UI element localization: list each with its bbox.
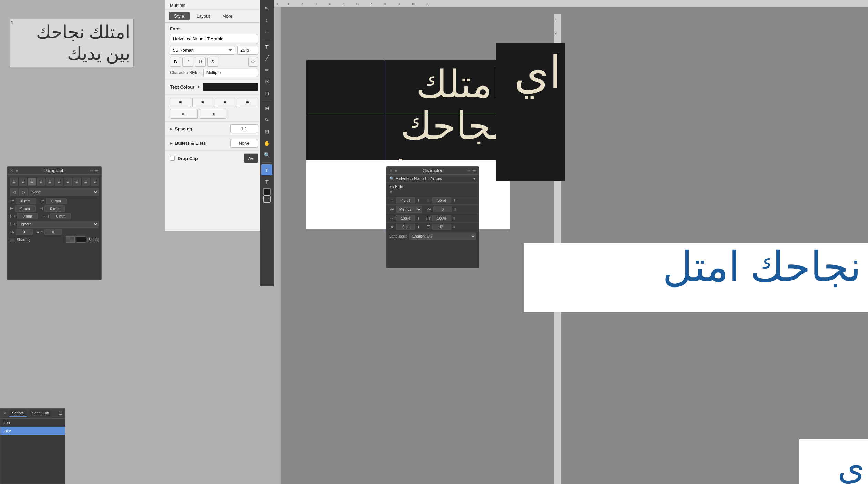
paragraph-panel-menu[interactable]: ☰: [95, 168, 99, 173]
scripts-panel-menu-icon[interactable]: ☰: [59, 411, 62, 416]
toolbar-shape-tool[interactable]: ☒: [261, 76, 272, 87]
bullets-triangle-icon: ▶: [170, 141, 173, 145]
char-style-select[interactable]: [389, 184, 476, 189]
align-justify-button[interactable]: ≡: [237, 98, 258, 107]
para-after-input[interactable]: [46, 198, 67, 204]
gear-button[interactable]: ⚙: [248, 57, 258, 67]
toolbar-eyedrop-tool[interactable]: ✎: [261, 114, 272, 125]
toolbar-mode-btn-1[interactable]: T: [261, 164, 272, 175]
canvas-content: امتلك نجاحك بين يديك نجاحك امتل ي اي: [289, 9, 868, 484]
para-align-justify[interactable]: ≡: [37, 178, 45, 186]
indent-right-button[interactable]: ⇥: [199, 109, 226, 119]
toolbar-zoom-tool[interactable]: 🔍: [261, 150, 272, 161]
text-colour-label: Text Colour: [170, 84, 194, 90]
toolbar-table-tool[interactable]: ⊞: [261, 103, 272, 114]
toolbar-mode-btn-2[interactable]: T: [261, 176, 272, 187]
bold-button[interactable]: B: [170, 57, 181, 67]
para-align-justify-left[interactable]: ≡: [46, 178, 54, 186]
char-language-row: Language: English: UK: [386, 231, 479, 241]
char-vscale-input[interactable]: [432, 215, 451, 221]
char-kern-select[interactable]: Metrics: [396, 206, 422, 213]
scripts-panel-close[interactable]: ✕: [3, 411, 7, 416]
font-size-input[interactable]: [237, 46, 258, 55]
para-align-right[interactable]: ≡: [28, 178, 36, 186]
paragraph-panel-expand[interactable]: ⇔: [90, 169, 93, 172]
char-track-input[interactable]: [433, 206, 452, 212]
ruler-num-11: 11: [425, 2, 429, 6]
para-align-justify-center[interactable]: ≡: [55, 178, 63, 186]
design-block: امتلك نجاحك بين يديك: [306, 60, 510, 160]
char-language-select[interactable]: English: UK: [409, 233, 476, 240]
align-left-button[interactable]: ≡: [170, 98, 191, 107]
para-list-select[interactable]: None: [29, 188, 99, 196]
toolbar-scale-tool[interactable]: ↕: [261, 14, 272, 26]
italic-button[interactable]: I: [182, 57, 193, 67]
style-buttons-row: B I U S ⚙: [170, 57, 258, 67]
para-align-distribute[interactable]: ≡: [82, 178, 90, 186]
para-num1-input[interactable]: [16, 229, 33, 235]
character-panel-menu[interactable]: ☰: [472, 168, 476, 173]
drop-cap-value[interactable]: A≡: [244, 153, 258, 163]
para-align-center[interactable]: ≡: [19, 178, 27, 186]
shading-color-swatch[interactable]: [76, 236, 86, 243]
strikethrough-button[interactable]: S: [207, 57, 218, 67]
toolbar-hand-tool[interactable]: ✋: [261, 138, 272, 149]
char-size-input[interactable]: [396, 197, 415, 203]
spacing-value[interactable]: 1.1: [230, 124, 258, 133]
scripts-list-item-1[interactable]: ion: [0, 419, 65, 427]
align-right-button[interactable]: ≡: [215, 98, 236, 107]
para-right-input[interactable]: [44, 205, 65, 212]
align-center-button[interactable]: ≡: [192, 98, 213, 107]
scripts-list-item-2[interactable]: nity: [0, 427, 65, 435]
para-first-input[interactable]: [17, 213, 38, 219]
tab-more[interactable]: More: [217, 12, 238, 20]
char-font-name-input[interactable]: [396, 176, 471, 181]
bullets-value[interactable]: None: [230, 139, 258, 148]
char-styles-value[interactable]: Multiple: [203, 69, 258, 77]
spacing-row[interactable]: ▶ Spacing 1.1: [165, 122, 263, 136]
para-shading-checkbox[interactable]: [10, 238, 14, 242]
character-panel-close[interactable]: ✕: [389, 168, 393, 173]
char-baseline-input[interactable]: [396, 224, 415, 230]
char-skew-input[interactable]: [432, 224, 451, 230]
bottom-arabic-section: نجاحك امتل: [524, 243, 868, 312]
char-hscale-input[interactable]: [396, 215, 415, 221]
para-last-input[interactable]: [50, 213, 71, 219]
tab-layout[interactable]: Layout: [191, 12, 215, 20]
colour-swatch[interactable]: [203, 83, 258, 91]
toolbar-rect-tool[interactable]: ◻: [261, 88, 272, 99]
para-left-input[interactable]: [15, 205, 36, 212]
para-before-input[interactable]: [16, 198, 36, 204]
para-align-left[interactable]: ≡: [10, 178, 18, 186]
toolbar-stroke-color[interactable]: [264, 196, 270, 202]
font-style-select[interactable]: 55 Roman: [170, 46, 235, 55]
toolbar-pencil-tool[interactable]: ✏: [261, 64, 272, 75]
character-panel-expand[interactable]: ⇔: [467, 169, 470, 172]
scripts-tab-scripts[interactable]: Scripts: [9, 410, 27, 417]
para-list-back[interactable]: ◁: [10, 188, 18, 196]
font-name-input[interactable]: [170, 34, 258, 43]
para-ignore-select[interactable]: Ignore: [17, 221, 99, 228]
char-font-dropdown-icon: ▼: [473, 177, 476, 181]
toolbar-resize-tool[interactable]: ↔: [261, 26, 272, 37]
paragraph-panel-close[interactable]: ✕: [10, 168, 13, 173]
char-hscale-icon: ↔T: [389, 216, 395, 221]
scripts-tab-lab[interactable]: Script Lab: [29, 410, 52, 417]
drop-cap-checkbox[interactable]: [170, 156, 175, 161]
para-align-justify-full[interactable]: ≡: [73, 178, 81, 186]
indent-left-button[interactable]: ⇤: [170, 109, 198, 119]
toolbar-fill-color[interactable]: [263, 188, 271, 195]
para-align-distribute-all[interactable]: ≡: [91, 178, 99, 186]
toolbar-arrow-tool[interactable]: ↖: [261, 3, 272, 14]
tab-style[interactable]: Style: [169, 12, 190, 20]
toolbar-gradient-tool[interactable]: ⊟: [261, 126, 272, 137]
char-style-arrow-icon: ▼: [389, 190, 393, 194]
underline-button[interactable]: U: [195, 57, 206, 67]
para-num2-input[interactable]: [44, 229, 62, 235]
para-list-forward[interactable]: ▷: [19, 188, 28, 196]
toolbar-pen-tool[interactable]: ╱: [261, 53, 272, 64]
char-leading-input[interactable]: [432, 197, 451, 203]
toolbar-text-tool[interactable]: T: [261, 41, 272, 52]
para-align-justify-right[interactable]: ≡: [64, 178, 72, 186]
char-baseline-arrows: ⬍: [417, 225, 420, 229]
